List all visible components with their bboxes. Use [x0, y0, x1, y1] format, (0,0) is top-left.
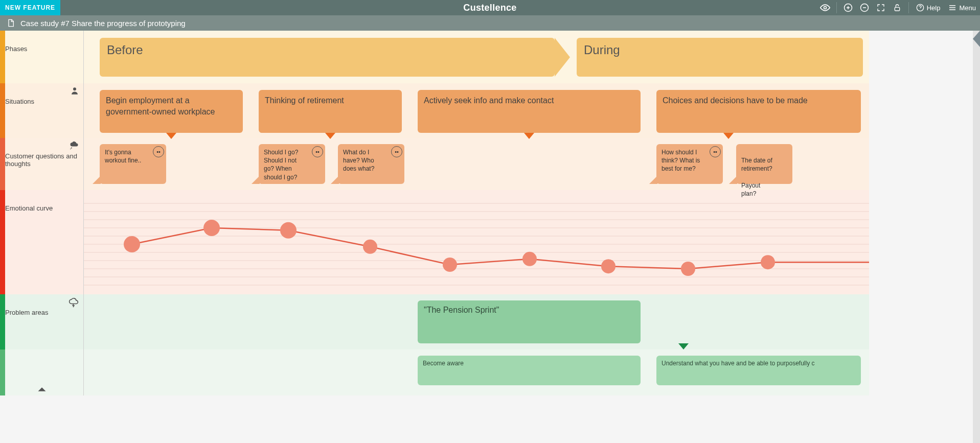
document-icon — [6, 18, 15, 28]
row-label: Situations — [5, 87, 34, 134]
thought-text: How should I think? What is best for me? — [662, 149, 700, 172]
svg-rect-3 — [895, 7, 899, 11]
phase-card-before[interactable]: Before — [100, 38, 555, 77]
situation-card[interactable]: Actively seek info and make contact — [418, 90, 641, 133]
pointer-icon — [166, 133, 176, 139]
thought-text: What do I have? Who does what? — [343, 149, 374, 172]
svg-point-21 — [280, 222, 297, 239]
row-label: Problem areas — [5, 298, 49, 345]
svg-point-22 — [363, 240, 377, 254]
row-header-situations[interactable]: Situations — [0, 83, 84, 138]
face-neutral-icon: •• — [391, 146, 402, 157]
journey-canvas[interactable]: Phases Situations Customer questions and… — [0, 31, 980, 443]
problem-card[interactable]: "The Pension Sprint" — [418, 300, 641, 343]
svg-point-24 — [522, 252, 537, 266]
insight-card[interactable]: Become aware — [418, 356, 641, 385]
svg-point-5 — [73, 87, 76, 90]
help-button[interactable]: Help — [912, 4, 945, 12]
thought-bubble[interactable]: How should I think? What is best for me?… — [656, 144, 723, 184]
svg-point-25 — [601, 259, 616, 273]
svg-point-0 — [824, 7, 826, 9]
emotional-curve-chart[interactable] — [84, 190, 869, 294]
situation-card[interactable]: Choices and decisions have to be made — [656, 90, 861, 133]
curve-line — [132, 228, 869, 269]
zoom-out-icon[interactable] — [856, 0, 873, 15]
phase-card-during[interactable]: During — [577, 38, 863, 77]
row-header-thoughts[interactable]: Customer questions and thoughts — [0, 138, 84, 190]
row-header-problems[interactable]: Problem areas — [0, 294, 84, 349]
storm-cloud-icon — [68, 297, 79, 308]
gridlines — [84, 203, 869, 285]
svg-point-27 — [761, 255, 775, 269]
divider — [836, 2, 837, 13]
menu-label: Menu — [959, 4, 976, 12]
header-actions: Help Menu — [817, 0, 980, 15]
thought-text: Should I go? Should I not go? When shoul… — [264, 149, 298, 181]
situation-card[interactable]: Thinking of retirement — [259, 90, 402, 133]
zoom-in-icon[interactable] — [840, 0, 856, 15]
situation-card[interactable]: Begin employment at a government-owned w… — [100, 90, 243, 133]
svg-point-20 — [203, 220, 220, 236]
chevron-up-icon — [37, 386, 47, 392]
canvas-inner: Phases Situations Customer questions and… — [0, 31, 869, 399]
pointer-icon — [723, 133, 734, 139]
pointer-icon — [524, 133, 534, 139]
thought-text: It's gonna workout fine.. — [105, 149, 141, 164]
row-header-curve[interactable]: Emotional curve — [0, 190, 84, 294]
row-label: Customer questions and thoughts — [5, 142, 78, 186]
menu-button[interactable]: Menu — [944, 4, 980, 12]
pointer-icon — [325, 133, 335, 139]
svg-point-26 — [681, 262, 695, 276]
preview-icon[interactable] — [817, 0, 833, 15]
insight-card[interactable]: Understand what you have and be able to … — [656, 356, 861, 385]
lock-icon[interactable] — [889, 0, 905, 15]
row-label: Emotional curve — [5, 194, 53, 290]
face-neutral-icon: •• — [153, 146, 164, 157]
fullscreen-icon[interactable] — [873, 0, 889, 15]
row-label: Phases — [5, 35, 27, 79]
divider — [908, 2, 909, 13]
brand-logo: Custellence — [463, 3, 516, 13]
face-neutral-icon: •• — [710, 146, 721, 157]
thought-bubble[interactable]: It's gonna workout fine.. •• — [100, 144, 166, 184]
thought-bubble[interactable]: The date of retirement? Payout plan? — [736, 144, 792, 184]
thought-bubble[interactable]: What do I have? Who does what? •• — [338, 144, 404, 184]
teaser-banner[interactable]: NEW FEATURE — [0, 0, 60, 15]
svg-point-19 — [124, 236, 140, 252]
scrollbar[interactable] — [973, 31, 980, 443]
thought-bubble[interactable]: Should I go? Should I not go? When shoul… — [259, 144, 325, 184]
row-header-next[interactable] — [0, 349, 84, 395]
document-bar: Case study #7 Share the progress of prot… — [0, 15, 980, 31]
row-header-phases[interactable]: Phases — [0, 31, 84, 83]
svg-point-23 — [443, 258, 457, 272]
pointer-icon — [678, 343, 689, 349]
face-neutral-icon: •• — [312, 146, 323, 157]
person-icon — [70, 86, 79, 96]
app-header: NEW FEATURE Custellence Help Menu — [0, 0, 980, 15]
help-label: Help — [927, 4, 941, 12]
document-title[interactable]: Case study #7 Share the progress of prot… — [20, 19, 186, 28]
